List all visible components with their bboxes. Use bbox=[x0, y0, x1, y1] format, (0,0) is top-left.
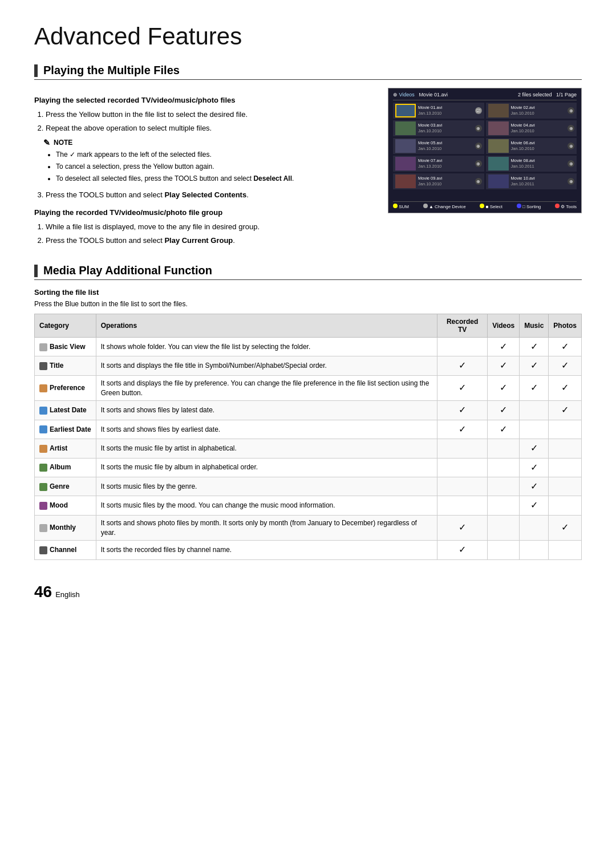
table-cell-operation: It sorts and displays the file title in … bbox=[96, 356, 437, 375]
list-item: To deselect all selected files, press th… bbox=[56, 173, 376, 184]
table-cell-recorded-tv: ✓ bbox=[437, 515, 487, 541]
table-cell-videos: ✓ bbox=[488, 420, 520, 439]
table-cell-videos bbox=[488, 515, 520, 541]
section1-header: Playing the Multiple Files bbox=[34, 64, 582, 80]
tv-btn-device: ▲ Change Device bbox=[423, 204, 466, 209]
table-cell-category: Mood bbox=[35, 496, 96, 515]
list-item: The ✓ mark appears to the left of the se… bbox=[56, 149, 376, 160]
table-row: ChannelIt sorts the recorded files by ch… bbox=[35, 541, 582, 559]
table-cell-music: ✓ bbox=[520, 439, 549, 458]
tv-file-info: Movie 10.avi Jan.10.2011 bbox=[511, 176, 535, 187]
table-cell-recorded-tv bbox=[437, 458, 487, 477]
table-cell-recorded-tv bbox=[437, 338, 487, 356]
table-cell-recorded-tv bbox=[437, 496, 487, 515]
table-cell-photos bbox=[549, 477, 582, 496]
table-cell-category: Title bbox=[35, 356, 96, 375]
note-label: ✎ NOTE bbox=[43, 138, 376, 147]
table-row: Latest DateIt sorts and shows files by l… bbox=[35, 401, 582, 420]
table-cell-videos bbox=[488, 458, 520, 477]
list-item: To cancel a selection, press the Yellow … bbox=[56, 161, 376, 172]
tv-file-item: Movie 03.avi Jan.10.2010 ⊕ bbox=[393, 120, 484, 136]
tv-check: ⊕ bbox=[568, 125, 574, 132]
tv-top-bar: ⊕ Videos Movie 01.avi 2 files selected 1… bbox=[393, 92, 577, 100]
tv-file-info: Movie 08.avi Jan.10.2011 bbox=[511, 158, 535, 169]
table-cell-photos bbox=[549, 420, 582, 439]
tv-file-info: Movie 01.avi Jan.13.2010 bbox=[418, 105, 442, 116]
table-cell-music: ✓ bbox=[520, 338, 549, 356]
list-item: Press the TOOLS button and select Play C… bbox=[46, 235, 376, 246]
tv-btn-sum: SUM bbox=[393, 204, 409, 209]
section1-content: Playing the selected recorded TV/video/m… bbox=[34, 88, 582, 250]
table-header-row: Category Operations Recorded TV Videos M… bbox=[35, 314, 582, 338]
sort-subtitle: Sorting the file list bbox=[34, 288, 582, 297]
table-cell-videos: ✓ bbox=[488, 338, 520, 356]
table-cell-recorded-tv bbox=[437, 439, 487, 458]
table-cell-photos: ✓ bbox=[549, 401, 582, 420]
col-header-music: Music bbox=[520, 314, 549, 338]
tv-file-item: Movie 02.avi Jan.10.2010 ⊕ bbox=[486, 103, 577, 119]
table-cell-operation: It sorts music files by the mood. You ca… bbox=[96, 496, 437, 515]
tv-file-info: Movie 02.avi Jan.10.2010 bbox=[511, 105, 535, 116]
note-text: NOTE bbox=[54, 139, 72, 147]
list-item: Press the TOOLS button and select Play S… bbox=[46, 189, 376, 201]
tv-thumbnail bbox=[395, 175, 416, 188]
tv-file-item: Movie 10.avi Jan.10.2011 ⊕ bbox=[486, 173, 577, 189]
tv-file-info: Movie 05.avi Jan.10.2010 bbox=[418, 140, 442, 152]
table-cell-photos: ✓ bbox=[549, 356, 582, 375]
table-cell-operation: It sorts and shows photo files by month.… bbox=[96, 515, 437, 541]
table-cell-category: Basic View bbox=[35, 338, 96, 356]
sort-description: Press the Blue button in the file list t… bbox=[34, 300, 582, 308]
table-cell-photos bbox=[549, 496, 582, 515]
page-language: English bbox=[55, 590, 80, 599]
table-row: PreferenceIt sorts and displays the file… bbox=[35, 375, 582, 401]
section1-left: Playing the selected recorded TV/video/m… bbox=[34, 88, 376, 250]
tv-thumbnail bbox=[395, 104, 416, 117]
note-block: ✎ NOTE The ✓ mark appears to the left of… bbox=[43, 138, 376, 185]
table-cell-music: ✓ bbox=[520, 496, 549, 515]
list-item: Repeat the above operation to select mul… bbox=[46, 123, 376, 134]
subsection2-title: Playing the recorded TV/video/music/phot… bbox=[34, 208, 376, 217]
table-cell-photos: ✓ bbox=[549, 515, 582, 541]
tv-btn-select: ■ Select bbox=[480, 204, 502, 209]
table-cell-operation: It sorts music files by the genre. bbox=[96, 477, 437, 496]
table-cell-music bbox=[520, 541, 549, 559]
section2-header: Media Play Additional Function bbox=[34, 264, 582, 280]
tv-check: ☑ bbox=[475, 107, 482, 114]
table-cell-operation: It sorts the music file by artist in alp… bbox=[96, 439, 437, 458]
tv-check: ⊕ bbox=[568, 143, 574, 149]
section1-title: Playing the Multiple Files bbox=[43, 64, 180, 77]
page-number: 46 bbox=[34, 583, 52, 601]
tv-thumbnail bbox=[488, 175, 509, 188]
tv-check: ⊕ bbox=[568, 107, 574, 114]
tv-check: ⊕ bbox=[475, 178, 482, 185]
table-cell-category: Album bbox=[35, 458, 96, 477]
tv-check: ⊕ bbox=[475, 125, 482, 132]
table-cell-music bbox=[520, 401, 549, 420]
note-icon: ✎ bbox=[43, 138, 50, 147]
tv-file-item: Movie 04.avi Jan.10.2010 ⊕ bbox=[486, 120, 577, 136]
table-body: Basic ViewIt shows whole folder. You can… bbox=[35, 338, 582, 560]
table-cell-photos: ✓ bbox=[549, 338, 582, 356]
tv-file-item: Movie 07.avi Jan.13.2010 ⊕ bbox=[393, 156, 484, 172]
table-cell-photos: ✓ bbox=[549, 375, 582, 401]
table-cell-category: Genre bbox=[35, 477, 96, 496]
table-cell-videos: ✓ bbox=[488, 356, 520, 375]
sort-table: Category Operations Recorded TV Videos M… bbox=[34, 314, 582, 560]
table-cell-videos: ✓ bbox=[488, 375, 520, 401]
table-cell-photos bbox=[549, 458, 582, 477]
tv-screenshot-area: ⊕ Videos Movie 01.avi 2 files selected 1… bbox=[388, 88, 582, 250]
table-cell-recorded-tv: ✓ bbox=[437, 375, 487, 401]
table-cell-operation: It sorts and shows files by earliest dat… bbox=[96, 420, 437, 439]
col-header-recorded-tv: Recorded TV bbox=[437, 314, 487, 338]
tv-file-info: Movie 03.avi Jan.10.2010 bbox=[418, 123, 442, 134]
tv-screenshot: ⊕ Videos Movie 01.avi 2 files selected 1… bbox=[388, 88, 582, 213]
table-cell-category: Channel bbox=[35, 541, 96, 559]
tv-check: ⊕ bbox=[568, 178, 574, 185]
table-row: GenreIt sorts music files by the genre.✓ bbox=[35, 477, 582, 496]
table-cell-recorded-tv: ✓ bbox=[437, 356, 487, 375]
step3-list: Press the TOOLS button and select Play S… bbox=[34, 189, 376, 201]
table-cell-category: Earliest Date bbox=[35, 420, 96, 439]
table-cell-operation: It shows whole folder. You can view the … bbox=[96, 338, 437, 356]
table-cell-category: Latest Date bbox=[35, 401, 96, 420]
tv-file-info: Movie 09.avi Jan.10.2010 bbox=[418, 176, 442, 187]
